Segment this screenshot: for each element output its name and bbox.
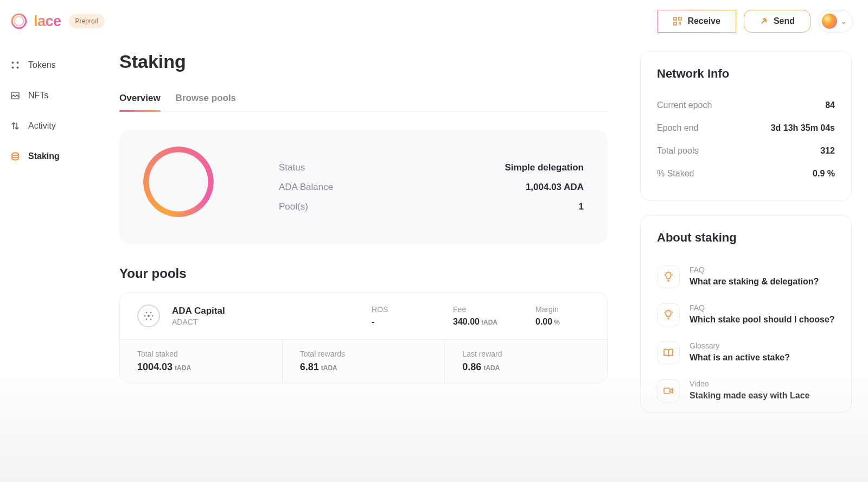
ni-label: % Staked <box>657 169 694 179</box>
receive-label: Receive <box>687 16 720 26</box>
svg-point-8 <box>17 67 19 69</box>
about-staking-card: About staking FAQ What are staking & del… <box>640 215 852 413</box>
svg-point-7 <box>12 67 14 69</box>
svg-point-11 <box>148 315 150 317</box>
send-button[interactable]: Send <box>744 10 810 33</box>
stack-icon <box>10 151 21 162</box>
pool-metric-margin: Margin 0.00% <box>535 305 579 327</box>
overview-label: Status <box>279 162 305 173</box>
about-item-title: Staking made easy with Lace <box>690 390 809 402</box>
pool-metric-fee: Fee 340.00tADA <box>453 305 497 327</box>
chevron-down-icon: ⌄ <box>840 17 847 26</box>
lightbulb-icon <box>657 303 680 326</box>
about-category: Glossary <box>690 341 790 350</box>
ni-label: Current epoch <box>657 100 712 110</box>
overview-row-pools: Pool(s) 1 <box>279 201 584 212</box>
about-item-title: What are staking & delegation? <box>690 276 819 288</box>
svg-rect-4 <box>674 22 676 25</box>
brand-name: lace <box>34 13 61 30</box>
sidebar-item-label: Activity <box>28 121 56 131</box>
about-item-faq-pool[interactable]: FAQ Which stake pool should I choose? <box>657 296 835 334</box>
tokens-icon <box>10 60 21 71</box>
pool-logo-icon <box>137 305 160 327</box>
tab-browse-pools[interactable]: Browse pools <box>176 93 236 111</box>
lace-logo-icon <box>10 12 28 30</box>
gradient-ring-icon <box>143 147 214 217</box>
svg-point-12 <box>144 315 146 317</box>
book-icon <box>657 341 680 364</box>
qr-icon <box>673 17 682 26</box>
send-label: Send <box>774 16 795 26</box>
pool-name: ADA Capital <box>172 306 225 316</box>
about-item-glossary[interactable]: Glossary What is an active stake? <box>657 334 835 372</box>
about-category: FAQ <box>690 303 835 312</box>
sidebar-nav: Tokens NFTs Activity Staking <box>0 38 114 482</box>
account-menu[interactable]: ⌄ <box>818 10 853 33</box>
video-icon <box>657 379 680 402</box>
pool-metric-ros: ROS - <box>372 305 415 327</box>
sidebar-item-label: Tokens <box>28 60 56 70</box>
about-category: Video <box>690 379 809 388</box>
svg-point-6 <box>17 62 19 64</box>
svg-rect-2 <box>674 17 676 20</box>
overview-card: Status Simple delegation ADA Balance 1,0… <box>119 130 608 244</box>
svg-point-10 <box>12 153 18 156</box>
pool-header: ADA Capital ADACT ROS - Fee 340.00tADA <box>120 293 607 339</box>
sidebar-item-staking[interactable]: Staking <box>10 151 114 162</box>
receive-button[interactable]: Receive <box>658 10 736 33</box>
app-header: lace Preprod Receive Send ⌄ <box>0 0 868 38</box>
sidebar-item-label: Staking <box>28 151 60 161</box>
tabs: Overview Browse pools <box>119 93 608 112</box>
avatar-icon <box>822 14 837 29</box>
svg-point-16 <box>146 319 148 320</box>
about-item-title: What is an active stake? <box>690 352 790 364</box>
brand-logo[interactable]: lace <box>10 12 61 30</box>
sidebar-item-label: NFTs <box>28 91 48 100</box>
overview-value: 1,004.03 ADA <box>526 182 584 193</box>
ni-value: 0.9 % <box>813 169 835 179</box>
pool-stat-total-rewards: Total rewards 6.81tADA <box>283 340 445 383</box>
sidebar-item-activity[interactable]: Activity <box>10 120 114 131</box>
transfer-icon <box>10 120 21 131</box>
ni-value: 3d 13h 35m 04s <box>771 123 835 133</box>
about-item-title: Which stake pool should I choose? <box>690 314 835 326</box>
svg-rect-18 <box>664 388 670 394</box>
svg-point-13 <box>152 315 154 317</box>
ni-label: Epoch end <box>657 123 699 133</box>
lightbulb-icon <box>657 265 680 288</box>
svg-point-5 <box>12 62 14 64</box>
tab-overview[interactable]: Overview <box>119 93 161 111</box>
ni-value: 84 <box>825 100 835 110</box>
right-sidebar: Network Info Current epoch84 Epoch end3d… <box>640 38 868 482</box>
svg-rect-3 <box>679 17 681 20</box>
image-icon <box>10 90 21 101</box>
pool-ticker: ADACT <box>172 318 225 326</box>
ni-label: Total pools <box>657 146 699 156</box>
about-staking-title: About staking <box>657 231 835 245</box>
your-pools-title: Your pools <box>119 266 608 281</box>
env-badge: Preprod <box>69 14 105 28</box>
arrow-up-right-icon <box>760 17 768 26</box>
main-content: Staking Overview Browse pools Status Sim… <box>114 38 640 482</box>
overview-value: 1 <box>579 201 584 212</box>
sidebar-item-nfts[interactable]: NFTs <box>10 90 114 101</box>
svg-point-1 <box>15 17 24 26</box>
svg-point-17 <box>150 319 152 320</box>
about-category: FAQ <box>690 265 819 274</box>
ni-value: 312 <box>820 146 835 156</box>
network-info-card: Network Info Current epoch84 Epoch end3d… <box>640 51 852 201</box>
delegation-ring <box>143 147 225 228</box>
overview-value: Simple delegation <box>505 162 584 173</box>
sidebar-item-tokens[interactable]: Tokens <box>10 60 114 71</box>
svg-point-14 <box>146 312 148 314</box>
overview-row-balance: ADA Balance 1,004.03 ADA <box>279 182 584 193</box>
network-info-title: Network Info <box>657 67 835 81</box>
page-title: Staking <box>119 51 608 72</box>
about-item-video[interactable]: Video Staking made easy with Lace <box>657 372 835 410</box>
pool-stat-last-reward: Last reward 0.86tADA <box>445 340 607 383</box>
about-item-faq-delegation[interactable]: FAQ What are staking & delegation? <box>657 258 835 296</box>
overview-label: ADA Balance <box>279 182 333 193</box>
svg-point-15 <box>150 312 152 314</box>
pool-card[interactable]: ADA Capital ADACT ROS - Fee 340.00tADA <box>119 292 608 383</box>
pool-footer: Total staked 1004.03tADA Total rewards 6… <box>120 339 607 383</box>
